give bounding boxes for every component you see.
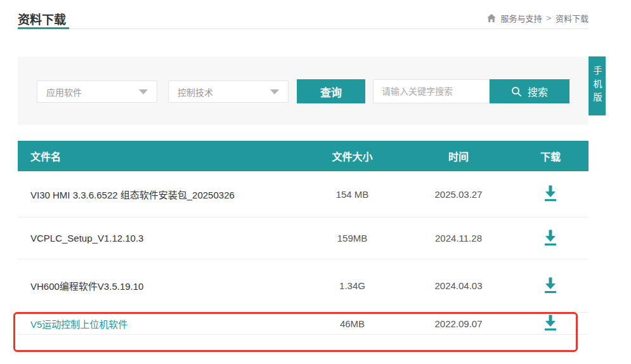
search-button-label: 搜索 bbox=[528, 84, 548, 99]
chevron-down-icon bbox=[139, 89, 148, 94]
downloads-page: 资料下载 服务与支持 > 资料下载 应用软件 控制技术 查询 搜索 手机版 bbox=[0, 0, 631, 364]
title-divider bbox=[18, 29, 589, 29]
table-header-row: 文件名 文件大小 时间 下载 bbox=[18, 141, 589, 171]
download-button[interactable] bbox=[540, 313, 561, 334]
download-arrow-icon bbox=[543, 238, 558, 248]
file-date: 2022.09.07 bbox=[405, 318, 512, 329]
tech-dropdown-value: 控制技术 bbox=[178, 86, 213, 98]
download-table: 文件名 文件大小 时间 下载 VI30 HMI 3.3.6.6522 组态软件安… bbox=[18, 141, 589, 335]
file-name-link[interactable]: VI30 HMI 3.3.6.6522 组态软件安装包_20250326 bbox=[18, 188, 300, 201]
title-accent-underline bbox=[18, 27, 69, 29]
file-date: 2024.04.03 bbox=[405, 280, 512, 291]
file-size: 159MB bbox=[300, 233, 405, 244]
header-file-size: 文件大小 bbox=[300, 148, 405, 164]
file-date: 2025.03.27 bbox=[405, 189, 512, 200]
filter-panel: 应用软件 控制技术 查询 搜索 bbox=[18, 56, 589, 125]
download-button[interactable] bbox=[540, 183, 561, 205]
tech-dropdown[interactable]: 控制技术 bbox=[168, 81, 289, 103]
breadcrumb-separator: > bbox=[546, 13, 551, 23]
query-button[interactable]: 查询 bbox=[297, 79, 365, 103]
header-file-name: 文件名 bbox=[18, 148, 300, 164]
category-dropdown-value: 应用软件 bbox=[46, 86, 82, 98]
file-size: 46MB bbox=[300, 318, 405, 329]
file-size: 154 MB bbox=[300, 189, 405, 200]
mobile-version-tab[interactable]: 手机版 bbox=[589, 56, 606, 115]
table-row: VI30 HMI 3.3.6.6522 组态软件安装包_20250326 154… bbox=[18, 171, 589, 218]
file-name-link[interactable]: VCPLC_Setup_V1.12.10.3 bbox=[18, 233, 300, 244]
magnifier-icon bbox=[511, 86, 522, 97]
file-name-link[interactable]: V5运动控制上位机软件 bbox=[18, 317, 300, 330]
table-row: VCPLC_Setup_V1.12.10.3 159MB 2024.11.28 bbox=[18, 218, 589, 259]
search-input[interactable] bbox=[373, 79, 490, 103]
table-row-highlighted: V5运动控制上位机软件 46MB 2022.09.07 bbox=[18, 313, 589, 335]
download-button[interactable] bbox=[540, 275, 561, 297]
file-name-link[interactable]: VH600编程软件V3.5.19.10 bbox=[18, 279, 300, 292]
search-button[interactable]: 搜索 bbox=[490, 79, 569, 103]
breadcrumb-current: 资料下载 bbox=[556, 12, 589, 24]
file-size: 1.34G bbox=[300, 280, 405, 291]
category-dropdown[interactable]: 应用软件 bbox=[37, 81, 157, 103]
breadcrumb-section[interactable]: 服务与支持 bbox=[500, 12, 542, 24]
home-icon[interactable] bbox=[487, 14, 496, 22]
header-download: 下载 bbox=[512, 148, 589, 164]
header-date: 时间 bbox=[405, 148, 512, 164]
page-title: 资料下载 bbox=[18, 10, 66, 27]
download-arrow-icon bbox=[543, 323, 558, 333]
download-button[interactable] bbox=[540, 228, 561, 249]
download-arrow-icon bbox=[543, 286, 558, 296]
chevron-down-icon bbox=[270, 89, 279, 94]
breadcrumb: 服务与支持 > 资料下载 bbox=[487, 12, 589, 24]
download-arrow-icon bbox=[543, 194, 558, 204]
file-date: 2024.11.28 bbox=[405, 233, 512, 244]
table-row: VH600编程软件V3.5.19.10 1.34G 2024.04.03 bbox=[18, 259, 589, 313]
